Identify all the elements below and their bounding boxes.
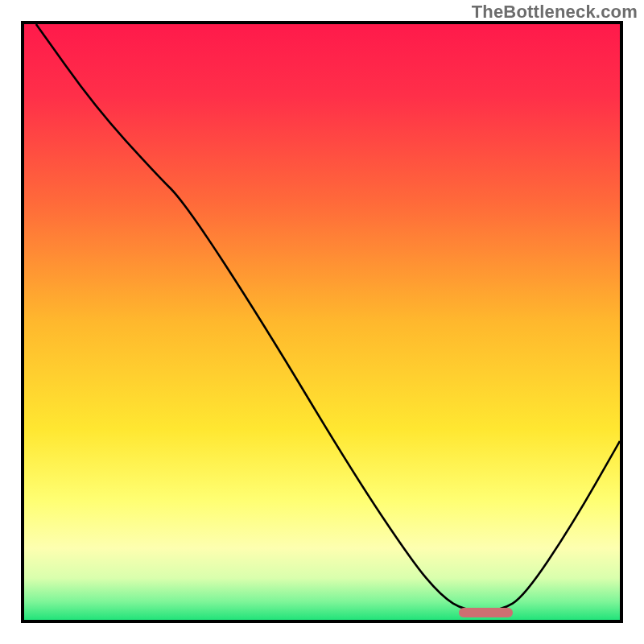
watermark-text: TheBottleneck.com	[472, 2, 638, 23]
bottleneck-curve	[36, 24, 620, 611]
plot-area	[21, 21, 623, 623]
chart-container: TheBottleneck.com	[0, 0, 644, 644]
optimal-range-marker	[459, 608, 513, 617]
curve-layer	[24, 24, 620, 620]
